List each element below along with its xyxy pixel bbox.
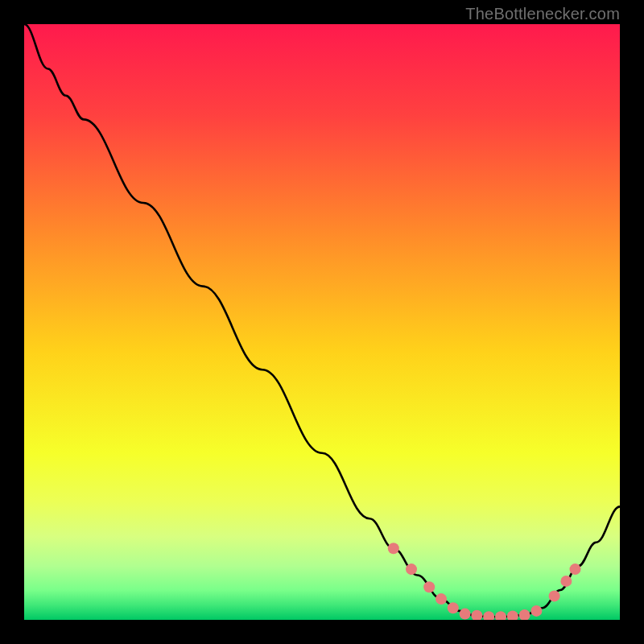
curve-marker (448, 602, 459, 613)
curve-marker (388, 543, 399, 554)
plot-area (24, 24, 620, 620)
curve-marker (436, 593, 447, 605)
curve-marker (423, 581, 435, 592)
source-label: TheBottlenecker.com (465, 5, 620, 23)
curve-marker (460, 609, 471, 620)
curve-marker (570, 564, 581, 575)
curve-marker (560, 576, 572, 587)
chart-frame: TheBottlenecker.com (0, 0, 644, 644)
curve-marker (549, 590, 560, 601)
bottleneck-curve-chart (24, 24, 620, 620)
gradient-background (24, 24, 620, 620)
curve-marker (406, 564, 417, 575)
curve-marker (530, 605, 542, 617)
